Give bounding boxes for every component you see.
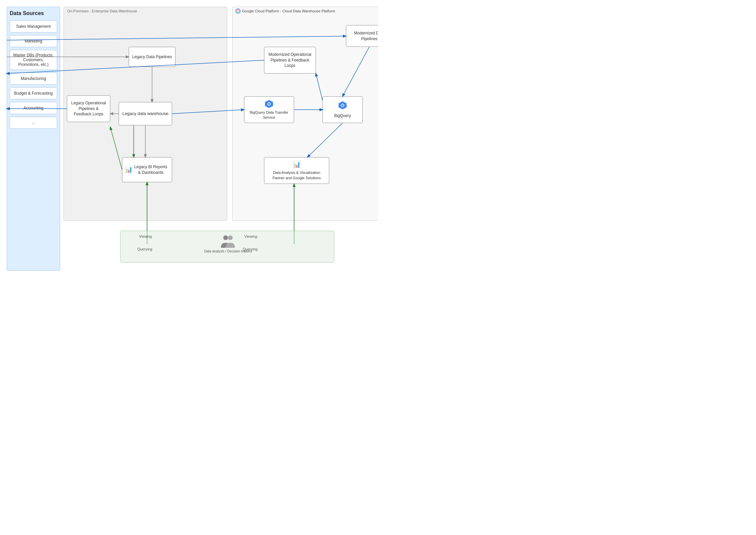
source-other: ... <box>10 117 57 129</box>
bigquery-dts-svg <box>264 99 274 109</box>
legacy-operational-pipelines-label: Legacy Operational Pipelines & Feedback … <box>70 100 107 117</box>
source-sales: Sales Management <box>10 20 57 32</box>
source-marketing: Marketing <box>10 35 57 47</box>
source-accounting: Accounting <box>10 102 57 114</box>
gcp-logo: Google Cloud Platform - Cloud Data Wareh… <box>235 8 335 14</box>
gcp-label-text: Google Cloud Platform - Cloud Data Wareh… <box>242 9 335 13</box>
svg-point-3 <box>268 103 270 105</box>
modernized-data-pipelines-label: Modernized Data Pipelines <box>349 30 378 42</box>
bigquery-label: BigQuery <box>334 113 351 119</box>
modernized-operational-pipelines-label: Modernized Operational Pipelines & Feedb… <box>267 52 313 69</box>
legacy-operational-pipelines-box: Legacy Operational Pipelines & Feedback … <box>67 95 110 122</box>
source-budget: Budget & Forecasting <box>10 87 57 99</box>
user-icon <box>220 234 236 249</box>
user-area-label: Data analysts / Decision makers <box>204 249 252 253</box>
legacy-data-warehouse-label: Legacy data warehouse <box>122 111 168 117</box>
svg-point-10 <box>228 235 233 240</box>
data-sources-panel: Data Sources Sales Management Marketing … <box>7 7 60 271</box>
diagram-container: Data Sources Sales Management Marketing … <box>0 0 378 278</box>
bq-dts-icon <box>264 99 274 109</box>
data-analysis-label: Data Analysis & Visualization Partner an… <box>267 170 326 181</box>
legacy-data-warehouse-box: Legacy data warehouse <box>119 102 172 125</box>
bigquery-dts-box: BigQuery Data Transfer Service <box>244 96 294 123</box>
modernized-operational-pipelines-box: Modernized Operational Pipelines & Feedb… <box>264 47 316 74</box>
querying-left-label: Querying <box>137 247 152 251</box>
on-premises-label: On-Premises - Enterprise Data Warehouse <box>67 9 137 13</box>
bigquery-dts-label: BigQuery Data Transfer Service <box>247 110 291 120</box>
legacy-bi-chart-icon: 📊 <box>125 166 132 174</box>
user-figure: Data analysts / Decision makers <box>204 234 252 253</box>
user-area: Viewing Querying Viewing Querying Data a… <box>120 231 334 262</box>
legacy-data-pipelines-label: Legacy Data Pipelines <box>132 54 172 60</box>
data-analysis-box: 📊 Data Analysis & Visualization Partner … <box>264 157 329 184</box>
viewing-left-label: Viewing <box>139 234 152 238</box>
svg-point-9 <box>223 235 228 240</box>
data-analysis-chart-icon: 📊 <box>293 160 300 169</box>
bigquery-svg <box>338 101 347 110</box>
legacy-bi-reports-box: 📊 Legacy BI Reports & Dashboards <box>122 157 172 182</box>
modernized-data-pipelines-box: Modernized Data Pipelines <box>346 25 378 47</box>
svg-point-7 <box>342 104 344 106</box>
legacy-bi-reports-label: Legacy BI Reports & Dashboards <box>132 164 169 176</box>
data-sources-title: Data Sources <box>10 10 57 16</box>
source-master-dbs: Master DBs (Products, Customers, Promoti… <box>10 50 57 70</box>
legacy-data-pipelines-box: Legacy Data Pipelines <box>129 47 175 67</box>
google-cloud-icon <box>235 8 241 14</box>
source-manufacturing: Manufacturing <box>10 73 57 85</box>
bq-icon <box>338 101 347 112</box>
svg-point-0 <box>236 9 240 13</box>
bigquery-box: BigQuery <box>323 96 363 123</box>
